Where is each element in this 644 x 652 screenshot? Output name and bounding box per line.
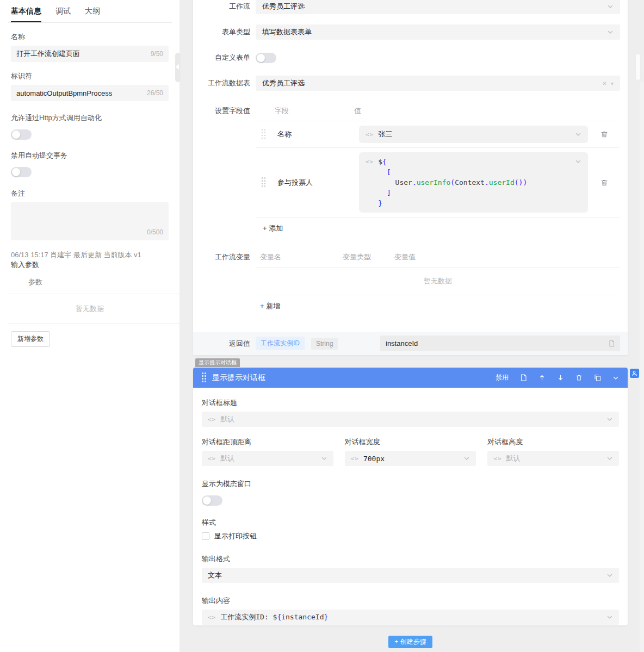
print-checkbox-label: 显示打印按钮: [214, 531, 257, 541]
clear-icon[interactable]: ×: [602, 79, 606, 88]
tab-outline[interactable]: 大纲: [85, 7, 100, 22]
dialog-height-value: 默认: [506, 454, 521, 463]
output-format-label: 输出格式: [202, 554, 619, 564]
name-input[interactable]: 打开工作流创建页面 9/50: [11, 46, 169, 62]
variables-label: 工作流变量: [193, 247, 250, 318]
style-label: 样式: [202, 518, 619, 527]
scrollbar-thumb[interactable]: [635, 53, 641, 80]
copy-icon[interactable]: [594, 374, 601, 381]
step-name-tag: 显示提示对话框: [195, 358, 240, 367]
return-value-text: instanceId: [386, 339, 418, 347]
output-format-select[interactable]: 文本: [202, 568, 619, 583]
last-updated-meta: 06/13 15:17 肖建宇 最后更新 当前版本 v1: [11, 250, 169, 260]
chevron-down-icon: [321, 455, 327, 462]
trash-icon[interactable]: [600, 131, 608, 138]
code-icon: <>: [208, 416, 216, 423]
code-icon: <>: [366, 131, 374, 138]
print-button-checkbox[interactable]: [202, 532, 209, 540]
dialog-title-label: 对话框标题: [202, 398, 619, 408]
add-variable-link[interactable]: + 新增: [256, 295, 280, 318]
dialog-step-title: 显示提示对话框: [212, 373, 265, 383]
workflow-select[interactable]: 优秀员工评选: [256, 0, 620, 14]
chevron-down-icon: [575, 131, 581, 138]
scrollbar-track[interactable]: [640, 82, 644, 652]
data-table-select[interactable]: 优秀员工评选 × ▾: [256, 76, 620, 91]
name-counter: 9/50: [151, 50, 163, 58]
code-icon: <>: [366, 157, 374, 208]
dialog-width-input[interactable]: <> 700px: [345, 451, 476, 466]
workflow-value: 优秀员工评选: [262, 2, 305, 11]
trash-icon[interactable]: [600, 179, 608, 187]
http-toggle[interactable]: [11, 129, 32, 140]
tab-debug[interactable]: 调试: [55, 7, 71, 22]
chevron-down-icon[interactable]: [612, 375, 619, 381]
identifier-label: 标识符: [11, 71, 169, 81]
sidebar-collapse-handle[interactable]: [175, 53, 181, 82]
autocommit-toggle[interactable]: [11, 167, 32, 177]
return-name-badge[interactable]: 工作流实例ID: [256, 337, 305, 350]
dialog-step-header[interactable]: 显示提示对话框 禁用: [193, 368, 628, 388]
drag-handle-icon[interactable]: [202, 372, 207, 383]
output-format-value: 文本: [208, 570, 222, 580]
code-icon: <>: [493, 455, 501, 462]
modal-toggle-label: 显示为模态窗口: [202, 479, 619, 489]
field-value-code-editor[interactable]: <> ${ [ User.userInfo(Context.userId()) …: [359, 152, 588, 213]
field-value-select[interactable]: <> 张三: [359, 126, 588, 143]
sidebar-tabs: 基本信息 调试 大纲: [11, 0, 169, 22]
chevron-down-icon: [575, 158, 581, 165]
variables-col-value: 变量值: [394, 252, 416, 262]
top-distance-input[interactable]: <> 默认: [202, 451, 333, 466]
remark-textarea[interactable]: 0/500: [11, 202, 169, 240]
return-value-input[interactable]: instanceId: [380, 336, 620, 351]
dialog-height-label: 对话框高度: [487, 437, 619, 447]
add-param-button[interactable]: 新增参数: [11, 331, 50, 347]
arrow-down-icon[interactable]: [557, 374, 564, 381]
fields-table-header: 字段 值: [256, 101, 620, 121]
sidebar: 基本信息 调试 大纲 名称 打开工作流创建页面 9/50 标识符 automat…: [0, 0, 179, 652]
add-field-link[interactable]: + 添加: [256, 218, 283, 240]
drag-handle-icon[interactable]: [262, 177, 267, 188]
top-distance-label: 对话框距顶距离: [202, 437, 333, 447]
chevron-down-icon: [607, 3, 614, 10]
drag-handle-icon[interactable]: [262, 129, 267, 140]
top-distance-value: 默认: [220, 454, 234, 463]
http-toggle-label: 允许通过Http方式调用自动化: [11, 113, 169, 123]
autocommit-toggle-label: 禁用自动提交事务: [11, 151, 169, 160]
chevron-down-icon: [606, 416, 613, 423]
tab-basic-info[interactable]: 基本信息: [11, 7, 41, 22]
output-content-input[interactable]: <> 工作流实例ID: ${instanceId}: [202, 610, 619, 625]
dialog-title-value: 默认: [220, 414, 234, 424]
file-icon[interactable]: [609, 340, 615, 347]
chevron-down-icon: [606, 614, 613, 620]
chevron-down-icon: [463, 455, 470, 462]
code-icon: <>: [208, 455, 216, 462]
code-content: ${ [ User.userInfo(Context.userId()) ]}: [378, 157, 527, 208]
variables-empty-text: 暂无数据: [256, 268, 620, 295]
trash-icon[interactable]: [575, 374, 583, 381]
workflow-step-card: 工作流 优秀员工评选 表单类型 填写数据表表单 自定义表单: [193, 0, 628, 355]
form-type-value: 填写数据表表单: [262, 27, 312, 37]
set-fields-label: 设置字段值: [193, 101, 250, 240]
chevron-down-icon: [606, 455, 613, 462]
field-row-name: 名称 <> 张三: [256, 121, 620, 147]
fields-col-value: 值: [354, 106, 361, 116]
disable-button[interactable]: 禁用: [496, 373, 509, 382]
dialog-width-value: 700px: [363, 455, 385, 463]
modal-toggle[interactable]: [202, 495, 222, 506]
output-content-value: 工作流实例ID: ${instanceId}: [220, 612, 328, 622]
return-value-label: 返回值: [193, 339, 250, 349]
create-step-button[interactable]: + 创建步骤: [388, 636, 432, 648]
chevron-down-icon: [606, 572, 613, 579]
collaborator-icon[interactable]: [630, 369, 639, 378]
dialog-title-input[interactable]: <> 默认: [202, 412, 619, 427]
arrow-up-icon[interactable]: [538, 374, 546, 381]
output-content-label: 输出内容: [202, 596, 619, 606]
dialog-height-input[interactable]: <> 默认: [487, 451, 619, 466]
params-column-header: 参数: [28, 277, 169, 287]
dialog-width-label: 对话框宽度: [345, 437, 476, 447]
identifier-input[interactable]: automaticOutputBpmnProcess 26/50: [11, 85, 169, 101]
form-type-select[interactable]: 填写数据表表单: [256, 24, 620, 40]
params-empty-text: 暂无数据: [0, 294, 179, 324]
document-icon[interactable]: [520, 374, 527, 381]
custom-form-toggle[interactable]: [256, 53, 276, 63]
